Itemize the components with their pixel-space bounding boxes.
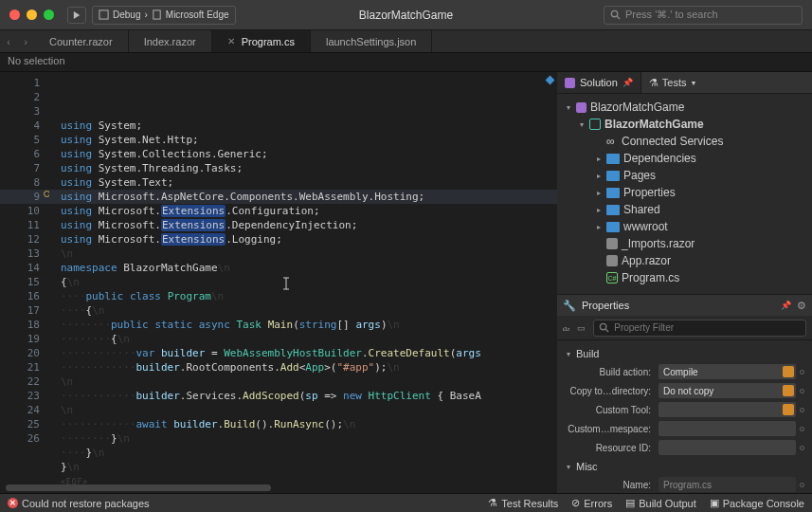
property-marker-icon[interactable] — [800, 483, 804, 487]
razor-file-icon — [606, 238, 618, 249]
package-icon: ▣ — [710, 497, 719, 509]
chevron-right-icon: › — [144, 9, 147, 20]
property-group-header[interactable]: ▾Misc — [565, 461, 804, 472]
run-button[interactable] — [67, 7, 86, 24]
tree-item-label: App.razor — [622, 254, 671, 267]
tab-label: Program.cs — [242, 36, 295, 47]
chevron-right-icon: ▸ — [595, 206, 603, 214]
property-value[interactable]: Compile — [659, 364, 796, 379]
tree-item-label: Properties — [623, 186, 676, 199]
nav-back-button[interactable]: ‹ — [0, 30, 17, 52]
tree-item[interactable]: ▸Dependencies — [557, 150, 812, 167]
app-title: BlazorMatchGame — [359, 9, 453, 22]
editor-tab[interactable]: launchSettings.json — [311, 30, 432, 52]
folder-icon — [606, 154, 620, 164]
properties-toolbar: az ▭ Property Filter — [557, 316, 812, 340]
solution-root-label: BlazorMatchGame — [590, 101, 684, 114]
property-row: Name:Program.cs — [565, 475, 804, 494]
property-value[interactable]: Program.cs — [659, 477, 796, 492]
editor-tab[interactable]: ✕Program.cs — [212, 30, 311, 52]
properties-panel: 🔧 Properties 📌 ⚙ az ▭ Property Filter ▾B… — [557, 295, 812, 512]
property-value[interactable] — [659, 440, 796, 455]
link-icon: ∞ — [606, 135, 618, 148]
run-config-selector[interactable]: Debug › Microsoft Edge — [92, 6, 236, 25]
chevron-down-icon: ▼ — [690, 80, 696, 86]
close-tab-icon[interactable]: ✕ — [227, 36, 235, 46]
property-marker-icon[interactable] — [800, 408, 804, 412]
close-window-button[interactable] — [9, 9, 20, 20]
nav-forward-button[interactable]: › — [17, 30, 34, 52]
search-icon — [599, 322, 609, 333]
pin-icon[interactable]: 📌 — [623, 78, 633, 87]
property-group-label: Misc — [576, 461, 598, 472]
config-label: Debug — [113, 9, 140, 20]
status-bar: ✕ Could not restore packages ⚗Test Resul… — [0, 493, 812, 512]
tree-item[interactable]: ▸Shared — [557, 201, 812, 218]
tree-item-label: Dependencies — [623, 152, 696, 165]
property-label: Build action: — [565, 367, 655, 377]
property-value[interactable] — [659, 402, 796, 417]
property-marker-icon[interactable] — [800, 427, 804, 431]
property-filter-input[interactable]: Property Filter — [593, 320, 806, 337]
properties-title: Properties — [582, 300, 629, 311]
tab-label: Counter.razor — [49, 36, 113, 47]
property-row: Copy to…directory:Do not copy — [565, 381, 804, 400]
solution-tab[interactable]: Solution 📌 — [557, 72, 641, 93]
target-label: Microsoft Edge — [166, 9, 229, 20]
property-marker-icon[interactable] — [800, 370, 804, 375]
tree-item-label: Pages — [623, 169, 656, 182]
code-area[interactable]: using System;using System.Net.Http;using… — [49, 72, 557, 493]
tree-item[interactable]: C#Program.cs — [557, 269, 812, 286]
property-label: Resource ID: — [565, 443, 655, 453]
project-node[interactable]: ▾ BlazorMatchGame — [557, 116, 812, 133]
main-area: 1234567891011121314151617181920212223242… — [0, 72, 812, 493]
property-row: Custom…mespace: — [565, 419, 804, 438]
svg-line-3 — [617, 16, 620, 19]
tab-label: launchSettings.json — [326, 36, 416, 47]
tree-item[interactable]: _Imports.razor — [557, 235, 812, 252]
errors-button[interactable]: ⊘Errors — [571, 497, 612, 509]
status-error[interactable]: ✕ Could not restore packages — [8, 498, 150, 509]
chevron-right-icon: ▸ — [595, 223, 603, 231]
pin-icon[interactable]: 📌 — [781, 301, 791, 310]
property-group-header[interactable]: ▾Build — [565, 348, 804, 359]
search-icon — [610, 9, 621, 20]
tree-item-label: Connected Services — [622, 135, 723, 148]
tree-item[interactable]: ∞Connected Services — [557, 133, 812, 150]
tree-item[interactable]: App.razor — [557, 252, 812, 269]
property-marker-icon[interactable] — [800, 446, 804, 450]
chevron-down-icon: ▾ — [578, 120, 586, 129]
property-value[interactable] — [659, 421, 796, 436]
property-marker-icon[interactable] — [800, 389, 804, 393]
tree-item-label: Program.cs — [622, 271, 679, 284]
editor-tab[interactable]: Index.razor — [129, 30, 212, 52]
build-output-button[interactable]: ▤Build Output — [625, 497, 696, 509]
project-icon — [589, 119, 601, 130]
zoom-window-button[interactable] — [44, 9, 54, 20]
editor-tab-bar: ‹ › Counter.razorIndex.razor✕Program.csl… — [0, 30, 812, 53]
global-search[interactable]: Press '⌘.' to search — [604, 6, 803, 25]
property-value[interactable]: Do not copy — [659, 383, 796, 398]
title-bar: Debug › Microsoft Edge BlazorMatchGame P… — [0, 0, 812, 30]
package-console-button[interactable]: ▣Package Console — [710, 497, 804, 509]
properties-header: 🔧 Properties 📌 ⚙ — [557, 295, 812, 316]
minimize-window-button[interactable] — [27, 9, 37, 20]
breadcrumb-bar[interactable]: No selection — [0, 53, 812, 72]
gear-icon[interactable]: ⚙ — [797, 300, 806, 312]
tree-item[interactable]: ▸Properties — [557, 184, 812, 201]
tree-item[interactable]: ▸wwwroot — [557, 218, 812, 235]
tree-item[interactable]: ▸Pages — [557, 167, 812, 184]
editor-tab[interactable]: Counter.razor — [34, 30, 129, 52]
sort-alpha-button[interactable]: az — [563, 323, 569, 333]
solution-root[interactable]: ▾ BlazorMatchGame — [557, 99, 812, 116]
categorized-button[interactable]: ▭ — [577, 323, 586, 333]
tests-tab[interactable]: ⚗ Tests ▼ — [641, 72, 705, 93]
flask-icon: ⚗ — [649, 77, 659, 89]
test-results-button[interactable]: ⚗Test Results — [488, 497, 558, 509]
chevron-down-icon: ▾ — [565, 463, 572, 471]
razor-file-icon — [606, 255, 618, 266]
svg-point-7 — [601, 323, 606, 329]
chevron-down-icon: ▾ — [565, 350, 572, 358]
solution-tab-label: Solution — [580, 77, 618, 88]
code-editor[interactable]: 1234567891011121314151617181920212223242… — [0, 72, 557, 493]
